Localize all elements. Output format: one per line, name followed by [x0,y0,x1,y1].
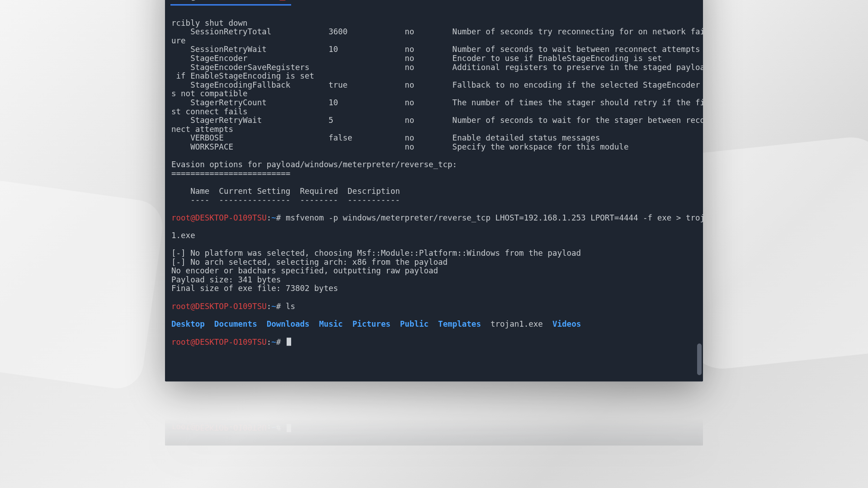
window-reflection: root@DESKTOP-O109TSU:~# Desktop Document… [165,383,703,446]
command-1-wrap: 1.exe [171,231,697,240]
cursor [287,338,291,346]
output-block: rcibly shut down SessionRetryTotal 3600 … [171,19,697,205]
command-2: ls [286,302,295,311]
terminal-body[interactable]: rcibly shut down SessionRetryTotal 3600 … [165,5,703,381]
tab-close-icon[interactable]: × [279,0,286,0]
dir-public: Public [400,319,429,328]
tab-active[interactable]: root@DESKTOP-O109TSU: ~ × [170,0,291,5]
scrollbar-thumb[interactable] [697,344,702,375]
dir-pictures: Pictures [352,319,390,328]
command-1: msfvenom -p windows/meterpreter/reverse_… [286,213,703,222]
dir-documents: Documents [214,319,257,328]
output-1: [-] No platform was selected, choosing M… [171,249,697,293]
prompt-line-2: root@DESKTOP-O109TSU:~# ls [171,302,697,311]
ls-output: Desktop Documents Downloads Music Pictur… [171,320,697,329]
prompt-line-1: root@DESKTOP-O109TSU:~# msfvenom -p wind… [171,214,697,223]
prompt-line-3: root@DESKTOP-O109TSU:~# [171,338,697,347]
file-trojan: trojan1.exe [491,319,543,328]
tabbar: root@DESKTOP-O109TSU: ~ × [165,0,703,5]
scrollbar[interactable] [697,5,702,381]
dir-templates: Templates [438,319,481,328]
dir-desktop: Desktop [171,319,205,328]
prompt-user: root@DESKTOP-O109TSU [171,213,267,222]
dir-videos: Videos [552,319,581,328]
dir-downloads: Downloads [267,319,310,328]
dir-music: Music [319,319,343,328]
tab-label: root@DESKTOP-O109TSU: ~ [176,0,275,1]
terminal-window: root@DESKTOP-O109TSU: ~ – □ × File Actio… [165,0,703,382]
